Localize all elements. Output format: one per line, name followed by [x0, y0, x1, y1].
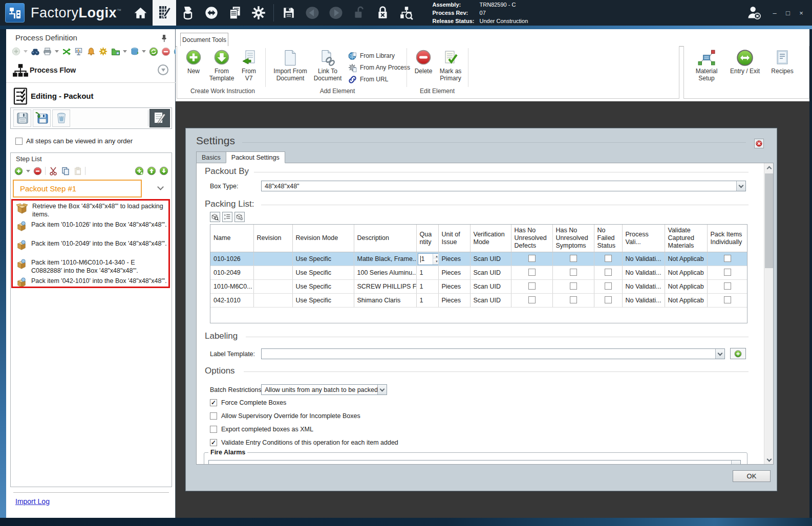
copy-button[interactable]: [60, 166, 70, 176]
export-xml-checkbox[interactable]: [210, 426, 217, 433]
editing-step-row[interactable]: Editing - Packout: [6, 84, 176, 107]
tab-document-tools[interactable]: Document Tools: [180, 33, 228, 46]
add-packing-item-button[interactable]: [210, 212, 220, 222]
move-step-up-button[interactable]: [146, 166, 156, 176]
table-row[interactable]: 010-2049 Use Specific 100 Series Aluminu…: [210, 266, 747, 280]
link-to-document-button[interactable]: Link To Document: [311, 49, 344, 82]
fire-alarms-select[interactable]: [208, 460, 741, 465]
delete-element-button[interactable]: Delete: [412, 49, 435, 75]
database-dropdown-caret[interactable]: [142, 50, 146, 53]
documents-button[interactable]: [223, 0, 247, 26]
presentation-icon[interactable]: [74, 47, 83, 56]
process-settings-gear-icon[interactable]: [98, 47, 108, 56]
pack-individually-checkbox[interactable]: [724, 282, 731, 290]
tab-packout-settings[interactable]: Packout Settings: [226, 151, 285, 163]
supervisory-override-checkbox[interactable]: [210, 412, 217, 420]
add-process-icon[interactable]: [11, 47, 21, 56]
paste-button[interactable]: [73, 166, 82, 176]
forward-button[interactable]: [324, 0, 348, 26]
no-failed-status-checkbox[interactable]: [605, 255, 612, 262]
pack-individually-checkbox[interactable]: [724, 255, 731, 262]
new-button[interactable]: New: [182, 49, 205, 75]
cut-button[interactable]: [48, 166, 58, 176]
col-name[interactable]: Name: [210, 225, 253, 252]
import-log-link[interactable]: Import Log: [15, 497, 50, 506]
add-step-button[interactable]: [14, 166, 24, 176]
scroll-up-button[interactable]: [764, 163, 774, 172]
col-process-validation[interactable]: Process Vali...: [622, 225, 665, 252]
scrollbar-thumb[interactable]: [765, 173, 773, 268]
database-icon[interactable]: [130, 47, 139, 56]
table-row[interactable]: 010-1026 Use Specific Matte Black, Frame…: [210, 252, 747, 266]
insert-step-button[interactable]: [134, 166, 144, 176]
any-order-checkbox[interactable]: [15, 138, 23, 145]
col-revision[interactable]: Revision: [253, 225, 292, 252]
quantity-up-button[interactable]: ▲: [433, 254, 439, 259]
any-order-option[interactable]: All steps can be viewed in any order: [15, 137, 133, 145]
from-v7-button[interactable]: From V7: [238, 49, 260, 82]
collapse-process-flow-button[interactable]: [158, 64, 168, 75]
maximize-button[interactable]: □: [781, 5, 795, 20]
no-failed-status-checkbox[interactable]: [605, 296, 612, 303]
remove-packing-item-button[interactable]: [234, 212, 245, 222]
col-quantity[interactable]: Quantity: [416, 225, 438, 252]
find-icon[interactable]: [30, 47, 40, 56]
list-item[interactable]: Pack item '010-2049' into the Box '48"x4…: [14, 239, 167, 250]
has-no-defects-checkbox[interactable]: [528, 255, 536, 262]
logout-user-button[interactable]: [740, 0, 768, 26]
back-button[interactable]: [301, 0, 324, 26]
save-button[interactable]: [277, 0, 301, 26]
list-item[interactable]: Pack item '010-1026' into the Box '48"x4…: [14, 221, 167, 231]
table-row[interactable]: 042-1010 Use Specific Shimano Claris 1 P…: [210, 294, 747, 308]
remove-step-button[interactable]: [33, 166, 42, 176]
print-dropdown-caret[interactable]: [55, 50, 59, 53]
pack-individually-checkbox[interactable]: [724, 296, 731, 303]
table-row[interactable]: 1010-M6C0... Use Specific SCREW PHILLIPS…: [210, 280, 747, 294]
delete-step-button[interactable]: [52, 109, 70, 127]
col-no-failed-status[interactable]: No Failed Status: [594, 225, 622, 252]
batch-restrictions-select[interactable]: Allow units from any batch to be packed: [261, 384, 387, 395]
from-library-button[interactable]: From Library: [348, 51, 395, 60]
refresh-icon[interactable]: [148, 47, 158, 56]
col-validate-captured-materials[interactable]: Validate Captured Materials: [665, 225, 707, 252]
batch-restrictions-dropdown-button[interactable]: [377, 385, 387, 394]
list-item[interactable]: Pack item '042-1010' into the Box '48"x4…: [14, 277, 167, 288]
pin-icon[interactable]: [160, 34, 168, 42]
process-library-button[interactable]: [176, 0, 200, 26]
add-dropdown-caret[interactable]: [24, 50, 28, 53]
has-no-symptoms-checkbox[interactable]: [570, 296, 577, 303]
has-no-symptoms-checkbox[interactable]: [570, 269, 577, 276]
import-from-document-button[interactable]: Import From Document: [270, 49, 310, 82]
no-failed-status-checkbox[interactable]: [605, 269, 612, 276]
col-pack-items-individually[interactable]: Pack Items Individually: [707, 225, 747, 252]
list-item[interactable]: Retrieve the Box '48"x48"x48"' to load p…: [14, 202, 167, 218]
quantity-stepper[interactable]: 1▲▼: [418, 253, 439, 265]
col-has-no-unresolved-symptoms[interactable]: Has No Unresolved Symptoms: [552, 225, 594, 252]
col-verification-mode[interactable]: Verification Mode: [470, 225, 511, 252]
move-step-down-button[interactable]: [159, 166, 168, 176]
scroll-down-button[interactable]: [764, 455, 774, 464]
mark-as-primary-button[interactable]: Mark as Primary: [436, 49, 465, 82]
edit-notes-button[interactable]: [149, 109, 170, 127]
settings-scrollbar[interactable]: [764, 163, 773, 464]
recipes-button[interactable]: Recipes: [768, 49, 797, 75]
import-step-button[interactable]: [33, 109, 51, 127]
has-no-defects-checkbox[interactable]: [528, 282, 536, 290]
has-no-symptoms-checkbox[interactable]: [570, 255, 577, 262]
force-complete-boxes-option[interactable]: Force Complete Boxes: [210, 399, 286, 406]
ok-button[interactable]: OK: [733, 470, 771, 482]
close-window-button[interactable]: ×: [795, 5, 808, 20]
validate-entry-conditions-checkbox[interactable]: [210, 439, 217, 446]
label-template-select[interactable]: [261, 348, 725, 359]
validate-entry-conditions-option[interactable]: Validate Entry Conditions of this operat…: [210, 439, 398, 446]
work-instructions-button[interactable]: [153, 0, 176, 26]
from-any-process-button[interactable]: From Any Process: [348, 63, 410, 72]
tab-basics[interactable]: Basics: [196, 151, 226, 163]
stop-icon[interactable]: [161, 47, 170, 56]
force-complete-boxes-checkbox[interactable]: [210, 399, 217, 406]
has-no-defects-checkbox[interactable]: [528, 269, 536, 276]
sync-button[interactable]: [200, 0, 223, 26]
col-revision-mode[interactable]: Revision Mode: [292, 225, 354, 252]
from-url-button[interactable]: From URL: [348, 75, 388, 84]
no-failed-status-checkbox[interactable]: [605, 282, 612, 290]
